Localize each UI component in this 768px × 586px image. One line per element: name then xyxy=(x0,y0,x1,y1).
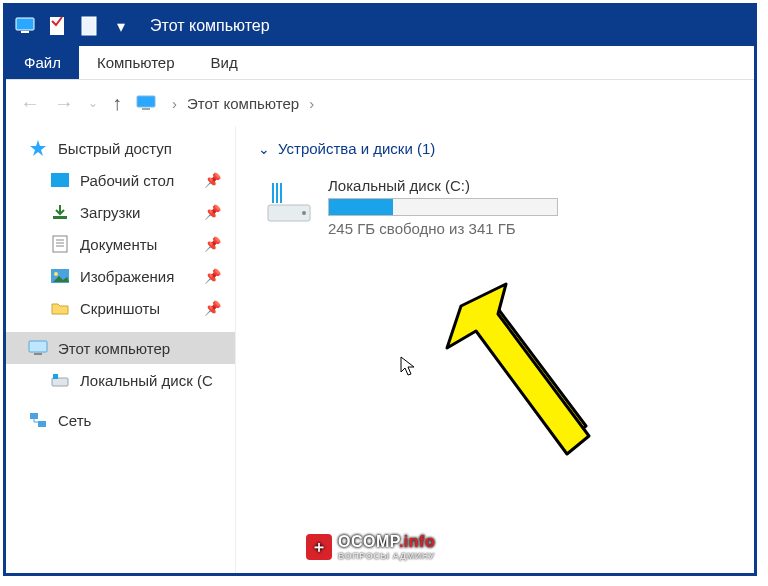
this-pc-icon xyxy=(14,15,36,37)
svg-rect-26 xyxy=(278,183,280,203)
drive-name: Локальный диск (C:) xyxy=(328,177,612,194)
sidebar-local-disk[interactable]: Локальный диск (C xyxy=(6,364,235,396)
drive-icon xyxy=(50,370,70,390)
svg-rect-0 xyxy=(16,18,34,30)
body: Быстрый доступ Рабочий стол 📌 Загрузки 📌 xyxy=(6,126,754,573)
svg-rect-3 xyxy=(82,17,96,35)
svg-rect-16 xyxy=(29,341,47,352)
navigation-pane: Быстрый доступ Рабочий стол 📌 Загрузки 📌 xyxy=(6,126,236,573)
sidebar-item-label: Документы xyxy=(80,236,157,253)
drive-space-text: 245 ГБ свободно из 341 ГБ xyxy=(328,220,612,237)
tab-computer[interactable]: Компьютер xyxy=(79,46,193,79)
pin-icon: 📌 xyxy=(204,236,221,252)
svg-point-23 xyxy=(302,211,306,215)
pictures-icon xyxy=(50,266,70,286)
sidebar-item-screenshots[interactable]: Скриншоты 📌 xyxy=(6,292,235,324)
svg-rect-9 xyxy=(53,236,67,252)
svg-rect-18 xyxy=(52,378,68,386)
tab-file[interactable]: Файл xyxy=(6,46,79,79)
sidebar-item-label: Загрузки xyxy=(80,204,140,221)
svg-rect-25 xyxy=(274,183,276,203)
explorer-window: ▾ Этот компьютер Файл Компьютер Вид ← → … xyxy=(3,3,757,576)
downloads-icon xyxy=(50,202,70,222)
drive-local-c[interactable]: Локальный диск (C:) 245 ГБ свободно из 3… xyxy=(258,171,618,243)
sidebar-item-label: Изображения xyxy=(80,268,174,285)
navigation-bar: ← → ⌄ ↑ › Этот компьютер › xyxy=(6,80,754,126)
chevron-right-icon: › xyxy=(172,95,177,112)
content-pane: ⌄ Устройства и диски (1) Локальный диск … xyxy=(236,126,754,573)
quick-access-toolbar: ▾ xyxy=(14,15,132,37)
sidebar-item-desktop[interactable]: Рабочий стол 📌 xyxy=(6,164,235,196)
desktop-icon xyxy=(50,170,70,190)
qat-dropdown-icon[interactable]: ▾ xyxy=(110,15,132,37)
breadcrumb-pc-icon xyxy=(136,94,158,113)
tab-view[interactable]: Вид xyxy=(193,46,256,79)
svg-rect-5 xyxy=(142,108,150,110)
pin-icon: 📌 xyxy=(204,268,221,284)
sidebar-item-pictures[interactable]: Изображения 📌 xyxy=(6,260,235,292)
forward-button[interactable]: → xyxy=(54,92,74,115)
drive-usage-bar xyxy=(328,198,558,216)
svg-marker-6 xyxy=(30,140,46,156)
sidebar-item-label: Локальный диск (C xyxy=(80,372,213,389)
ribbon-tabs: Файл Компьютер Вид xyxy=(6,46,754,80)
folder-icon xyxy=(50,298,70,318)
section-devices-and-drives[interactable]: ⌄ Устройства и диски (1) xyxy=(258,140,732,157)
sidebar-item-label: Сеть xyxy=(58,412,91,429)
svg-rect-7 xyxy=(51,173,69,187)
pin-icon: 📌 xyxy=(204,204,221,220)
sidebar-item-documents[interactable]: Документы 📌 xyxy=(6,228,235,260)
pin-icon: 📌 xyxy=(204,172,221,188)
breadcrumb-root[interactable]: Этот компьютер xyxy=(187,95,299,112)
svg-rect-24 xyxy=(272,183,282,203)
sidebar-network[interactable]: Сеть xyxy=(6,404,235,436)
pin-icon: 📌 xyxy=(204,300,221,316)
chevron-down-icon: ⌄ xyxy=(258,141,270,157)
drive-info: Локальный диск (C:) 245 ГБ свободно из 3… xyxy=(328,177,612,237)
svg-rect-4 xyxy=(137,96,155,107)
section-header-label: Устройства и диски (1) xyxy=(278,140,435,157)
this-pc-icon xyxy=(28,338,48,358)
svg-rect-1 xyxy=(21,31,29,33)
drive-usage-fill xyxy=(329,199,393,215)
network-icon xyxy=(28,410,48,430)
breadcrumb[interactable]: › Этот компьютер › xyxy=(172,95,314,112)
svg-point-14 xyxy=(54,272,58,276)
drive-icon xyxy=(264,177,314,227)
svg-rect-19 xyxy=(53,374,58,379)
back-button[interactable]: ← xyxy=(20,92,40,115)
new-folder-icon[interactable] xyxy=(78,15,100,37)
svg-rect-2 xyxy=(50,17,64,35)
sidebar-item-downloads[interactable]: Загрузки 📌 xyxy=(6,196,235,228)
star-icon xyxy=(28,138,48,158)
chevron-right-icon: › xyxy=(309,95,314,112)
recent-dropdown-icon[interactable]: ⌄ xyxy=(88,96,98,110)
properties-icon[interactable] xyxy=(46,15,68,37)
sidebar-this-pc[interactable]: Этот компьютер xyxy=(6,332,235,364)
svg-rect-20 xyxy=(30,413,38,419)
svg-rect-8 xyxy=(53,216,67,219)
documents-icon xyxy=(50,234,70,254)
up-button[interactable]: ↑ xyxy=(112,92,122,115)
sidebar-item-label: Скриншоты xyxy=(80,300,160,317)
svg-rect-17 xyxy=(34,353,42,355)
sidebar-item-label: Этот компьютер xyxy=(58,340,170,357)
titlebar: ▾ Этот компьютер xyxy=(6,6,754,46)
sidebar-quick-access[interactable]: Быстрый доступ xyxy=(6,132,235,164)
sidebar-item-label: Быстрый доступ xyxy=(58,140,172,157)
window-title: Этот компьютер xyxy=(150,17,270,35)
sidebar-item-label: Рабочий стол xyxy=(80,172,174,189)
